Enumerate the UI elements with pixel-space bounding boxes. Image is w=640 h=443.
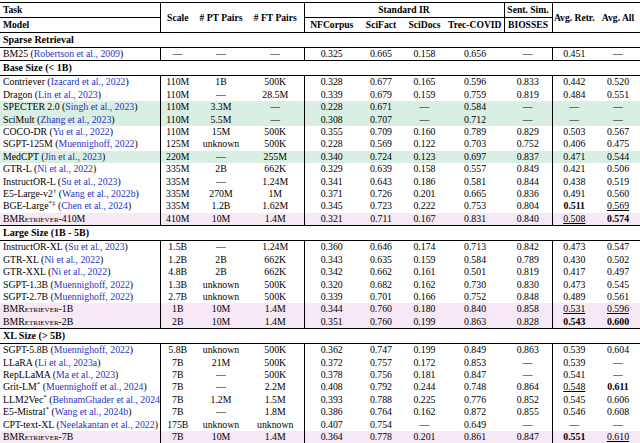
biosses-value: 0.849 [504, 163, 552, 175]
scidocs-value: 0.159 [403, 254, 446, 266]
nfcorpus-value: 0.360 [304, 241, 359, 254]
citation-link[interactable]: Muennighoff, 2022 [54, 279, 130, 290]
avg-retr-value: 0.545 [552, 394, 596, 406]
citation-link[interactable]: Wang et al., 2022b [62, 188, 136, 199]
model-footnote-marker: * [43, 394, 47, 401]
model-name: Dragon [3, 89, 32, 100]
table-row: CPT-text-XL (Neelakantan et al., 2022)17… [0, 419, 640, 431]
citation-link[interactable]: Zhang et al., 2023 [40, 114, 111, 125]
avg-all-value: 0.600 [596, 316, 640, 329]
ft-pairs-cell: 28.5M [247, 89, 304, 101]
scidocs-value: 0.162 [403, 406, 446, 418]
citation-link[interactable]: Ma et al., 2023 [56, 369, 115, 380]
avg-all-value: — [596, 101, 640, 113]
biosses-value: — [504, 369, 552, 381]
model-cell: InstructOR-XL (Su et al., 2023) [0, 241, 160, 254]
citation-link[interactable]: Su et al., 2023 [68, 241, 124, 252]
trec-covid-value: 0.752 [446, 291, 504, 303]
pt-pairs-cell: 1B [195, 76, 247, 89]
header-scifact: SciFact [359, 18, 403, 33]
avg-all-value: 0.608 [596, 406, 640, 418]
avg-all-value: 0.610 [596, 431, 640, 443]
header-model: Model [0, 18, 160, 33]
citation-link[interactable]: Neelakantan et al., 2022 [60, 419, 155, 430]
citation-link[interactable]: Ni et al., 2022 [37, 163, 93, 174]
citation-link[interactable]: Chen et al., 2024 [61, 200, 128, 211]
scifact-value: 0.671 [359, 101, 403, 113]
citation-link[interactable]: Robertson et al., 2009 [34, 48, 120, 59]
biosses-value: 0.819 [504, 89, 552, 101]
citation-link[interactable]: BehnamGhader et al., 2024 [52, 394, 159, 405]
table-row: BMRetriever-410M410M10M1.4M0.3210.7110.1… [0, 213, 640, 226]
nfcorpus-value: 0.341 [304, 176, 359, 188]
scale-cell: 1.5B [160, 241, 195, 254]
model-cell: RepLLaMA (Ma et al., 2023) [0, 369, 160, 381]
pt-pairs-cell: unknown [195, 138, 247, 150]
model-cell: LLaRA (Li et al., 2023a) [0, 357, 160, 369]
citation-link[interactable]: Izacard et al., 2022 [51, 76, 126, 87]
table-row: InstructOR-XL (Su et al., 2023)1.5B—1.24… [0, 241, 640, 254]
citation-link[interactable]: Li et al., 2023a [38, 357, 97, 368]
ft-pairs-cell: 1.24M [247, 241, 304, 254]
model-cell: SGPT-2.7B (Muennighoff, 2022) [0, 291, 160, 303]
scale-cell: 7B [160, 406, 195, 418]
scidocs-value: 0.222 [403, 200, 446, 212]
avg-retr-value: 0.548 [552, 381, 596, 393]
nfcorpus-value: 0.340 [304, 151, 359, 163]
citation-link[interactable]: Muennighoff, 2022 [54, 291, 130, 302]
citation-link[interactable]: Su et al., 2023 [61, 176, 117, 187]
scale-cell: 2B [160, 316, 195, 329]
avg-all-value: 0.544 [596, 151, 640, 163]
scifact-value: 0.639 [359, 163, 403, 175]
scale-cell: 7B [160, 381, 195, 393]
pt-pairs-cell: — [195, 48, 247, 61]
header-pt-pairs: # PT Pairs [195, 3, 247, 33]
citation-link[interactable]: Singh et al., 2023 [65, 101, 134, 112]
scale-cell: 335M [160, 188, 195, 200]
citation-link[interactable]: Muennighoff, 2022 [54, 344, 130, 355]
model-cell: MedCPT (Jin et al., 2023) [0, 151, 160, 163]
citation-link[interactable]: Muennighoff, 2022 [58, 138, 134, 149]
scidocs-value: 0.158 [403, 163, 446, 175]
scale-cell: 335M [160, 163, 195, 175]
citation-link[interactable]: Yu et al., 2022 [53, 126, 110, 137]
section-header: Sparse Retrieval [0, 33, 640, 48]
trec-covid-value: 0.501 [446, 266, 504, 278]
avg-all-value: 0.551 [596, 89, 640, 101]
scale-cell: 1B [160, 303, 195, 315]
citation-link[interactable]: Ni et al., 2022 [51, 266, 107, 277]
avg-retr-value: 0.489 [552, 291, 596, 303]
model-name: GTR-L [3, 163, 31, 174]
section-header: Large Size (1B - 5B) [0, 226, 640, 241]
biosses-value: 0.844 [504, 176, 552, 188]
model-cell: Grit-LM* (Muennighoff et al., 2024) [0, 381, 160, 393]
scifact-value: 0.760 [359, 303, 403, 315]
citation-link[interactable]: Wang et al., 2024b [55, 406, 129, 417]
table-body: Sparse RetrievalBM25 (Robertson et al., … [0, 33, 640, 443]
scale-cell: 220M [160, 151, 195, 163]
table-row: SGPT-2.7B (Muennighoff, 2022)2.7Bunknown… [0, 291, 640, 303]
avg-all-value: 0.547 [596, 241, 640, 254]
nfcorpus-value: 0.339 [304, 89, 359, 101]
scale-cell: 110M [160, 126, 195, 138]
avg-retr-value: 0.473 [552, 279, 596, 291]
biosses-value: 0.828 [504, 316, 552, 329]
model-name: BMRetriever-2B [3, 316, 73, 327]
scidocs-value: 0.161 [403, 266, 446, 278]
scale-cell: 4.8B [160, 266, 195, 278]
ft-pairs-cell: — [247, 114, 304, 126]
citation-link[interactable]: Jin et al., 2023 [44, 151, 101, 162]
citation-link[interactable]: Muennighoff et al., 2024 [46, 381, 144, 392]
table-row: Dragon (Lin et al., 2023)110M—28.5M0.339… [0, 89, 640, 101]
scifact-value: 0.646 [359, 241, 403, 254]
citation-link[interactable]: Lin et al., 2023 [38, 89, 98, 100]
table-row: Contriever (Izacard et al., 2022)110M1B5… [0, 76, 640, 89]
avg-all-value: 0.569 [596, 200, 640, 212]
header-biosses: BIOSSES [504, 18, 552, 33]
scidocs-value: — [403, 419, 446, 431]
citation-link[interactable]: Ni et al., 2022 [44, 254, 100, 265]
model-name: GTR-XXL [3, 266, 46, 277]
scidocs-value: 0.122 [403, 138, 446, 150]
avg-retr-value: 0.417 [552, 266, 596, 278]
biosses-value: 0.840 [504, 213, 552, 226]
